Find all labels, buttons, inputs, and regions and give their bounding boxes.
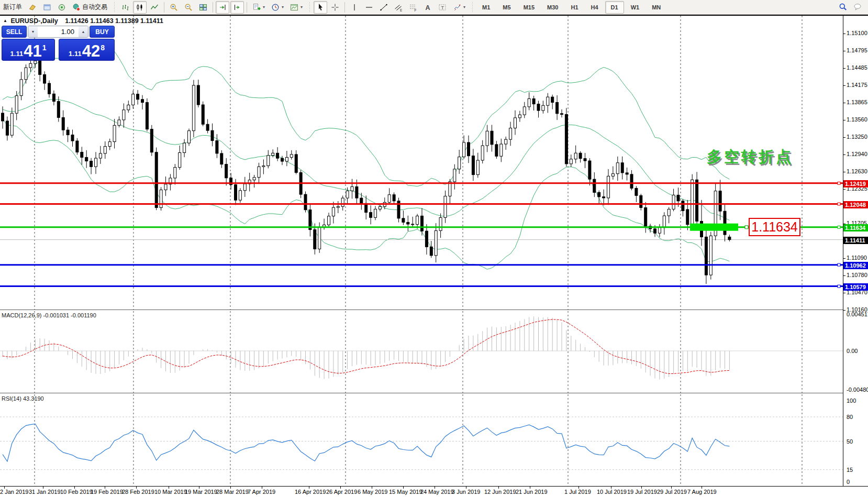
tf-w1-button[interactable]: W1 — [625, 1, 646, 14]
rsi-pane[interactable]: RSI(14) 43.3190 — [0, 394, 868, 486]
navigator-icon — [58, 3, 66, 12]
tf-m5-button[interactable]: M5 — [497, 1, 516, 14]
candle-bull — [285, 157, 288, 161]
candle-bear — [565, 114, 567, 163]
tf-d1-button[interactable]: D1 — [605, 1, 624, 14]
tf-m1-button[interactable]: M1 — [476, 1, 496, 14]
market-watch-button[interactable] — [26, 1, 39, 14]
candle-bear — [402, 218, 405, 223]
candle-bull — [174, 168, 176, 178]
line-icon — [150, 3, 159, 12]
draw-fibo-button[interactable]: F — [406, 1, 420, 14]
macd-axis-label: 0.004517 — [847, 311, 868, 317]
macd-title: MACD(12,26,9) — [2, 312, 41, 318]
price-axis-tick — [843, 137, 845, 138]
candle-bear — [281, 158, 284, 161]
candle-bear — [719, 191, 721, 212]
buy-button[interactable]: BUY — [90, 26, 115, 38]
highlight-rectangle[interactable] — [690, 224, 738, 231]
draw-hline-button[interactable] — [362, 1, 376, 14]
main-chart-pane[interactable]: ▲ EURUSD-,Daily 1.11426 1.11463 1.11389 … — [0, 16, 868, 310]
sell-button[interactable]: SELL — [2, 26, 27, 38]
candle-bear — [644, 207, 647, 226]
price-axis-label: 1.12940 — [847, 151, 867, 157]
chart-line-button[interactable] — [148, 1, 161, 14]
candle-bear — [630, 174, 633, 189]
rsi-axis-label: 80 — [847, 414, 853, 420]
data-window-button[interactable] — [40, 1, 54, 14]
tf-m30-button[interactable]: M30 — [541, 1, 564, 14]
price-level-tag[interactable]: 1.11634 — [749, 218, 800, 236]
tf-m15-button[interactable]: M15 — [518, 1, 540, 14]
search-button[interactable] — [836, 1, 850, 13]
draw-channel-button[interactable]: E — [392, 1, 405, 14]
line-handle[interactable] — [745, 226, 748, 229]
candle-bull — [262, 166, 265, 167]
draw-label-button[interactable]: T — [436, 1, 449, 14]
volume-increase-button[interactable]: ▲ — [79, 26, 88, 37]
candle-bear — [355, 186, 358, 198]
volume-decrease-button[interactable]: ▼ — [28, 26, 38, 37]
indicators-button[interactable]: ▾ — [250, 1, 268, 14]
price-axis-tick — [843, 120, 845, 120]
chart-candles-button[interactable] — [133, 1, 147, 14]
tf-h4-button[interactable]: H4 — [585, 1, 604, 14]
candle-bull — [346, 191, 349, 198]
macd-chart[interactable] — [0, 311, 868, 393]
candle-bear — [43, 74, 46, 83]
candle-bull — [290, 154, 293, 158]
chart-ohlc-values: 1.11426 1.11463 1.11389 1.11411 — [65, 17, 163, 25]
date-axis-label: 12 Jun 2019 — [484, 489, 516, 495]
navigator-button[interactable] — [55, 1, 69, 14]
chat-button[interactable] — [851, 1, 864, 13]
tf-h1-button[interactable]: H1 — [565, 1, 584, 14]
zoom-in-button[interactable] — [167, 1, 181, 14]
volume-field[interactable]: 1.00 — [38, 26, 79, 37]
candle-bull — [253, 178, 255, 180]
draw-text-button[interactable]: A — [421, 1, 435, 14]
price-axis-tick — [843, 189, 845, 190]
price-axis-label: 1.12630 — [847, 168, 867, 174]
rsi-chart[interactable] — [0, 394, 868, 486]
price-axis[interactable]: 1.15100 1.14795 1.14485 1.14175 1.13865 … — [843, 16, 868, 486]
candle-bull — [99, 153, 102, 158]
new-order-button[interactable]: 新订单 — [1, 1, 25, 14]
periods-button[interactable]: ▾ — [269, 1, 286, 14]
macd-pane[interactable]: MACD(12,26,9) -0.001031 -0.001190 — [0, 311, 868, 393]
draw-trendline-button[interactable] — [377, 1, 391, 14]
candle-bull — [453, 169, 456, 182]
zoom-out-button[interactable] — [182, 1, 195, 14]
draw-vline-button[interactable] — [348, 1, 361, 14]
sell-price-tile[interactable]: 1.11 41 1 — [2, 39, 55, 61]
candle-bull — [15, 96, 18, 114]
line-end-marker — [838, 285, 840, 288]
dropdown-caret-icon: ▾ — [301, 5, 303, 9]
line-end-marker — [838, 182, 840, 184]
tf-mn-button[interactable]: MN — [646, 1, 666, 14]
rsi-axis-label: 0 — [847, 479, 850, 485]
buy-price-big: 42 — [82, 43, 100, 59]
zoom-out-icon — [184, 3, 193, 12]
autotrading-button[interactable]: 自动交易 — [70, 1, 110, 14]
templates-button[interactable]: ▾ — [287, 1, 305, 14]
chart-bars-button[interactable] — [118, 1, 132, 14]
crosshair-button[interactable] — [328, 1, 342, 14]
candle-bear — [495, 145, 498, 156]
buy-price-tile[interactable]: 1.11 42 8 — [59, 39, 115, 61]
chart-shift-button[interactable] — [230, 1, 244, 14]
search-icon — [839, 3, 847, 11]
candle-bull — [188, 131, 191, 143]
rsi-value: 43.3190 — [23, 395, 44, 402]
candle-bear — [6, 121, 8, 135]
candle-bull — [160, 190, 162, 208]
cursor-button[interactable] — [314, 1, 327, 14]
auto-scroll-button[interactable] — [216, 1, 229, 14]
candle-bear — [276, 153, 279, 158]
draw-arrows-button[interactable]: ▾ — [450, 1, 468, 14]
date-axis-label: 21 Jun 2019 — [516, 489, 548, 495]
candle-bear — [677, 195, 680, 201]
date-axis[interactable]: 2 Jan 2019 31 Jan 2019 10 Feb 2019 19 Fe… — [0, 486, 868, 497]
candle-bull — [416, 216, 419, 224]
sell-price-sup: 1 — [42, 43, 47, 52]
tile-windows-button[interactable] — [196, 1, 210, 14]
